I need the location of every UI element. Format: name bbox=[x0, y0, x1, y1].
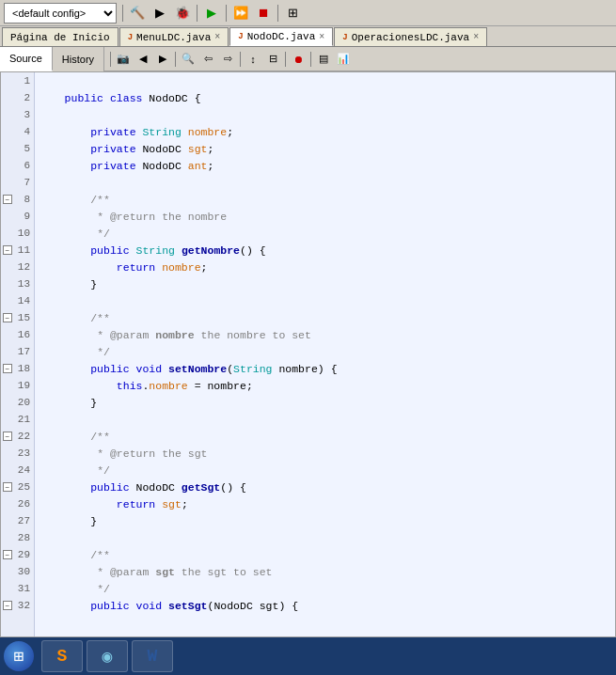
close-op[interactable]: × bbox=[473, 32, 479, 42]
line-num-9: 9 bbox=[1, 208, 34, 225]
line-num-16: 16 bbox=[1, 326, 34, 343]
config-select[interactable]: <default config> bbox=[4, 3, 117, 24]
history-tab[interactable]: History bbox=[53, 47, 104, 71]
code-token bbox=[39, 380, 117, 392]
code-token bbox=[162, 600, 168, 612]
code-token bbox=[130, 363, 136, 375]
taskbar-sublime[interactable]: S bbox=[41, 640, 83, 672]
line-number-21: 21 bbox=[18, 414, 30, 425]
sh-btn-rec[interactable]: ⏺ bbox=[289, 50, 308, 69]
fold-box-22[interactable]: − bbox=[3, 432, 12, 441]
sh-btn-back[interactable]: ◀ bbox=[134, 50, 152, 69]
code-line-26: return sgt; bbox=[39, 495, 611, 512]
java-icon-menu: J bbox=[128, 33, 133, 42]
code-line-11: public String getNombre() { bbox=[39, 242, 611, 259]
taskbar-netbeans[interactable]: ◉ bbox=[87, 640, 128, 672]
code-token bbox=[155, 261, 162, 274]
line-num-8: −8 bbox=[1, 191, 34, 208]
fold-box-18[interactable]: − bbox=[3, 364, 12, 373]
code-token bbox=[39, 312, 90, 324]
code-token bbox=[39, 583, 97, 595]
line-number-9: 9 bbox=[24, 211, 30, 222]
code-token: } bbox=[39, 515, 97, 527]
line-num-20: 20 bbox=[1, 394, 34, 411]
code-token: class bbox=[110, 92, 143, 104]
toolbar-btn-stop[interactable]: ⏹ bbox=[253, 3, 274, 24]
line-number-10: 10 bbox=[18, 228, 30, 239]
tab-menu[interactable]: J MenuLDC.java × bbox=[119, 27, 229, 46]
code-token: String bbox=[142, 126, 181, 138]
toolbar-btn-play[interactable]: ▶ bbox=[201, 3, 222, 24]
toolbar-btn-hammer[interactable]: 🔨 bbox=[127, 3, 148, 24]
fold-box-29[interactable]: − bbox=[3, 550, 12, 559]
sh-btn-chart[interactable]: 📊 bbox=[334, 50, 353, 69]
code-line-18: public void setNombre(String nombre) { bbox=[39, 360, 611, 377]
code-line-6: private NodoDC ant; bbox=[39, 157, 611, 174]
tab-operaciones[interactable]: J OperacionesLDC.java × bbox=[334, 27, 487, 46]
code-token bbox=[39, 498, 117, 510]
code-token: public bbox=[90, 481, 129, 494]
tab-pagina[interactable]: Página de Inicio bbox=[2, 27, 118, 46]
toolbar-btn-extra[interactable]: ⊞ bbox=[282, 3, 303, 24]
line-num-24: 24 bbox=[1, 462, 34, 479]
code-area[interactable]: public class NodoDC { private String nom… bbox=[35, 72, 615, 636]
line-number-2: 2 bbox=[24, 92, 30, 103]
line-number-25: 25 bbox=[18, 481, 30, 493]
line-number-19: 19 bbox=[18, 380, 30, 391]
code-token: setSgt bbox=[168, 600, 207, 612]
sh-btn-arrow-r[interactable]: ⇨ bbox=[218, 50, 237, 69]
sh-btn-diff[interactable]: ⊟ bbox=[263, 50, 282, 69]
sh-btn-toggle[interactable]: ↕ bbox=[244, 50, 262, 69]
taskbar-word[interactable]: W bbox=[132, 640, 173, 672]
code-token: NodoDC bbox=[136, 143, 188, 155]
code-token: sgt bbox=[155, 566, 175, 578]
line-num-15: −15 bbox=[1, 309, 34, 326]
code-token: String bbox=[233, 363, 272, 375]
line-number-7: 7 bbox=[24, 177, 30, 188]
code-token: public bbox=[65, 92, 103, 104]
code-token: String bbox=[136, 244, 175, 257]
code-line-27: } bbox=[39, 512, 611, 529]
code-token bbox=[39, 346, 97, 358]
sh-btn-search[interactable]: 🔍 bbox=[179, 50, 197, 69]
fold-box-32[interactable]: − bbox=[3, 601, 12, 610]
fold-box-11[interactable]: − bbox=[3, 245, 12, 255]
toolbar-btn-debug[interactable]: 🐞 bbox=[172, 3, 193, 24]
code-line-9: * @return the nombre bbox=[39, 208, 611, 225]
code-token bbox=[39, 329, 97, 341]
fold-box-15[interactable]: − bbox=[3, 313, 12, 322]
fold-box-25[interactable]: − bbox=[3, 482, 12, 492]
sh-btn-fwd[interactable]: ▶ bbox=[153, 50, 172, 69]
line-num-23: 23 bbox=[1, 445, 34, 462]
tab-nodo[interactable]: J NodoDC.java × bbox=[229, 27, 333, 46]
code-line-25: public NodoDC getSgt() { bbox=[39, 479, 611, 495]
line-num-10: 10 bbox=[1, 225, 34, 242]
code-line-17: */ bbox=[39, 343, 611, 360]
close-menu[interactable]: × bbox=[214, 32, 220, 42]
line-num-6: 6 bbox=[1, 157, 34, 174]
windows-start-button[interactable]: ⊞ bbox=[4, 641, 34, 671]
code-token bbox=[155, 498, 162, 510]
sh-btn-camera[interactable]: 📷 bbox=[114, 50, 133, 69]
code-token bbox=[39, 431, 90, 443]
line-num-12: 12 bbox=[1, 259, 34, 275]
code-token bbox=[39, 600, 90, 612]
sh-btn-arrow-l[interactable]: ⇦ bbox=[198, 50, 217, 69]
sh-btn-col[interactable]: ▤ bbox=[314, 50, 333, 69]
code-line-32: public void setSgt(NodoDC sgt) { bbox=[39, 597, 611, 614]
toolbar-btn-run[interactable]: ▶ bbox=[150, 3, 170, 24]
code-token: setNombre bbox=[168, 363, 227, 375]
source-tab[interactable]: Source bbox=[0, 47, 53, 71]
tab-pagina-label: Página de Inicio bbox=[10, 32, 110, 43]
close-nodo[interactable]: × bbox=[319, 32, 324, 42]
code-editor[interactable]: 1234567−8910−11121314−151617−18192021−22… bbox=[0, 71, 616, 637]
code-token: private bbox=[90, 160, 135, 172]
sh-sep2 bbox=[175, 52, 176, 67]
code-token bbox=[39, 143, 90, 155]
code-token bbox=[39, 160, 90, 172]
line-number-24: 24 bbox=[18, 464, 30, 476]
code-token bbox=[130, 244, 136, 257]
toolbar-btn-step[interactable]: ⏩ bbox=[230, 3, 251, 24]
fold-box-8[interactable]: − bbox=[3, 195, 12, 204]
code-line-19: this.nombre = nombre; bbox=[39, 377, 611, 394]
